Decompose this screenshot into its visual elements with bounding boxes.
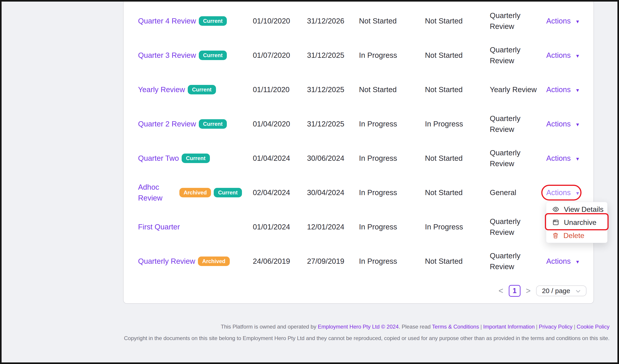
start-date: 01/04/2024 bbox=[253, 153, 307, 164]
end-date: 12/01/2024 bbox=[307, 221, 359, 232]
start-date: 01/07/2020 bbox=[253, 50, 307, 61]
trash-icon bbox=[552, 232, 559, 239]
cookie-policy-link[interactable]: Cookie Policy bbox=[577, 324, 609, 330]
status-text: In Progress bbox=[425, 221, 490, 232]
review-name-link[interactable]: Quarterly Review bbox=[138, 256, 195, 267]
status-text: In Progress bbox=[359, 119, 425, 129]
status-text: In Progress bbox=[359, 153, 425, 164]
end-date: 31/12/2025 bbox=[307, 119, 359, 129]
actions-dropdown-button[interactable]: Actions▼ bbox=[546, 85, 580, 94]
table-row: Quarter 3 Review Current 01/07/2020 31/1… bbox=[138, 38, 585, 72]
caret-down-icon: ▼ bbox=[575, 259, 580, 264]
menu-item-delete[interactable]: Delete bbox=[546, 229, 607, 242]
review-type: Quarterly Review bbox=[490, 148, 546, 169]
review-name-link[interactable]: Quarter 2 Review bbox=[138, 119, 196, 129]
actions-dropdown-button[interactable]: Actions▼ bbox=[546, 51, 580, 60]
table-row: Quarter Two Current 01/04/2024 30/06/202… bbox=[138, 141, 585, 175]
status-text: Not Started bbox=[425, 256, 490, 267]
actions-dropdown-button-open[interactable]: Actions▼ bbox=[546, 188, 580, 197]
status-badge: Current bbox=[199, 51, 227, 60]
footer-text: This Platform is owned and operated by bbox=[221, 324, 318, 330]
review-type: Quarterly Review bbox=[490, 113, 546, 135]
status-badge: Current bbox=[182, 154, 210, 163]
page-size-select[interactable]: 20 / page bbox=[536, 285, 587, 296]
copyright-text: Copyright in the documents on this site … bbox=[124, 335, 609, 342]
review-name-link[interactable]: Adhoc Review bbox=[138, 182, 177, 203]
review-type: Quarterly Review bbox=[490, 216, 546, 238]
review-type: Quarterly Review bbox=[490, 10, 546, 32]
separator: | bbox=[535, 324, 539, 330]
review-type: Quarterly Review bbox=[490, 250, 546, 272]
status-badge: Archived bbox=[198, 256, 230, 266]
next-page-button[interactable]: > bbox=[526, 287, 531, 295]
status-text: Not Started bbox=[359, 84, 425, 95]
menu-item-unarchive[interactable]: Unarchive bbox=[546, 216, 607, 229]
status-badge: Current bbox=[199, 16, 227, 26]
start-date: 02/04/2024 bbox=[253, 187, 307, 198]
separator: | bbox=[573, 324, 577, 330]
table-row: First Quarter 01/01/2024 12/01/2024 In P… bbox=[138, 210, 585, 244]
review-table-card: Quarter 4 Review Current 01/10/2020 31/1… bbox=[123, 0, 594, 304]
table-row: Yearly Review Current 01/11/2020 31/12/2… bbox=[138, 72, 585, 107]
status-badge: Current bbox=[199, 119, 227, 129]
footer-text: . Please read bbox=[399, 324, 432, 330]
review-list-page: Quarter 4 Review Current 01/10/2020 31/1… bbox=[0, 0, 619, 364]
actions-dropdown-menu: View Details Unarchive Delete bbox=[546, 202, 607, 243]
caret-down-icon: ▼ bbox=[575, 157, 580, 161]
status-text: Not Started bbox=[425, 84, 490, 95]
review-type: Yearly Review bbox=[490, 84, 546, 95]
chevron-down-icon bbox=[576, 290, 581, 293]
actions-dropdown-button[interactable]: Actions▼ bbox=[546, 257, 580, 266]
status-badge: Current bbox=[188, 85, 216, 94]
review-name-link[interactable]: Quarter 3 Review bbox=[138, 50, 196, 61]
status-text: Not Started bbox=[425, 187, 490, 198]
review-type: General bbox=[490, 187, 546, 198]
end-date: 30/06/2024 bbox=[307, 153, 359, 164]
terms-link[interactable]: Terms & Conditions bbox=[432, 324, 479, 330]
status-text: Not Started bbox=[359, 15, 425, 27]
end-date: 27/09/2019 bbox=[307, 256, 359, 267]
actions-dropdown-button[interactable]: Actions▼ bbox=[546, 154, 580, 162]
start-date: 01/04/2020 bbox=[253, 119, 307, 129]
archive-icon bbox=[552, 219, 559, 226]
caret-down-icon: ▼ bbox=[575, 88, 580, 93]
status-text: In Progress bbox=[359, 256, 425, 267]
menu-item-view-details[interactable]: View Details bbox=[546, 203, 607, 216]
review-name-link[interactable]: Quarter 4 Review bbox=[138, 15, 196, 27]
status-text: In Progress bbox=[425, 119, 490, 129]
important-info-link[interactable]: Important Information bbox=[483, 324, 535, 330]
start-date: 01/11/2020 bbox=[253, 84, 307, 95]
table-row: Adhoc Review Archived Current 02/04/2024… bbox=[138, 175, 585, 210]
status-text: In Progress bbox=[359, 221, 425, 232]
status-text: Not Started bbox=[425, 50, 490, 61]
review-name-link[interactable]: First Quarter bbox=[138, 221, 180, 232]
review-name-link[interactable]: Yearly Review bbox=[138, 84, 185, 95]
review-table: Quarter 4 Review Current 01/10/2020 31/1… bbox=[124, 0, 593, 278]
review-type: Quarterly Review bbox=[490, 44, 546, 66]
end-date: 31/12/2025 bbox=[307, 50, 359, 61]
review-name-link[interactable]: Quarter Two bbox=[138, 153, 179, 164]
eye-icon bbox=[552, 206, 559, 213]
current-page-button[interactable]: 1 bbox=[509, 285, 521, 297]
start-date: 01/01/2024 bbox=[253, 221, 307, 232]
status-text: In Progress bbox=[359, 187, 425, 198]
actions-dropdown-button[interactable]: Actions▼ bbox=[546, 120, 580, 128]
status-text: Not Started bbox=[425, 153, 490, 164]
status-text: In Progress bbox=[359, 50, 425, 61]
pagination: < 1 > 20 / page bbox=[499, 285, 587, 297]
caret-down-icon: ▼ bbox=[575, 19, 580, 24]
end-date: 31/12/2026 bbox=[307, 15, 359, 27]
start-date: 24/06/2019 bbox=[253, 256, 307, 267]
status-badge: Current bbox=[214, 188, 242, 197]
start-date: 01/10/2020 bbox=[253, 15, 307, 27]
caret-down-icon: ▼ bbox=[575, 54, 580, 58]
company-link[interactable]: Employment Hero Pty Ltd © 2024 bbox=[318, 324, 399, 330]
status-text: Not Started bbox=[425, 15, 490, 27]
prev-page-button[interactable]: < bbox=[499, 287, 503, 295]
site-footer: This Platform is owned and operated by E… bbox=[124, 324, 609, 342]
actions-dropdown-button[interactable]: Actions▼ bbox=[546, 17, 580, 25]
table-row: Quarter 4 Review Current 01/10/2020 31/1… bbox=[138, 4, 585, 38]
caret-down-icon: ▼ bbox=[575, 122, 580, 127]
privacy-policy-link[interactable]: Privacy Policy bbox=[539, 324, 573, 330]
caret-down-icon: ▼ bbox=[575, 191, 580, 196]
